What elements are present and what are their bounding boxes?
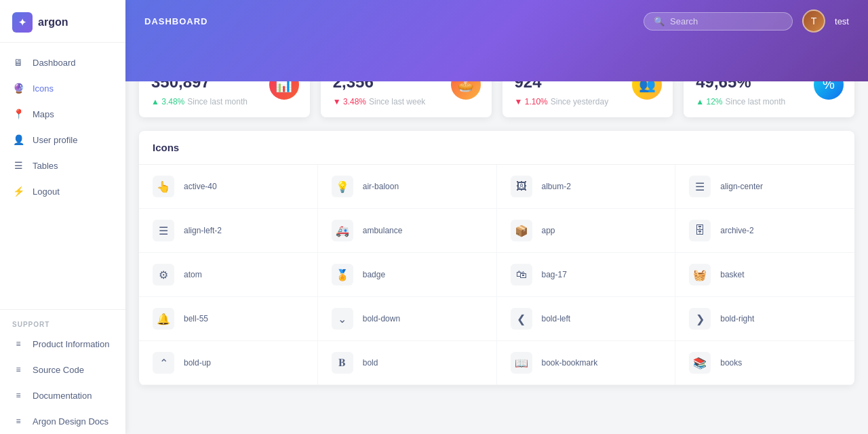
sidebar-item-label: Icons <box>33 83 54 94</box>
header-right: 🔍 T test <box>644 9 849 33</box>
sidebar-item-label: User profile <box>33 135 77 145</box>
icon-item-bell-55[interactable]: 🔔 bell-55 <box>139 297 318 341</box>
icon-symbol: 🏅 <box>332 264 353 285</box>
support-icon: ≡ <box>12 363 24 376</box>
icon-item-air-baloon[interactable]: 💡 air-baloon <box>318 165 497 209</box>
support-item-label: Argon Design Docs <box>33 416 108 427</box>
header: DASHBOARD 🔍 T test <box>125 0 868 81</box>
support-item-documentation[interactable]: ≡ Documentation <box>0 382 125 408</box>
icon-name: ambulance <box>363 226 403 235</box>
icon-item-align-center[interactable]: ☰ align-center <box>675 165 854 209</box>
sidebar-item-icons[interactable]: 🔮 Icons <box>0 75 125 101</box>
sidebar-logo: ✦ argon <box>0 0 125 43</box>
stat-card-performance: PERFORMANCE 49,65% ▲ 12% Since last mont… <box>684 81 854 117</box>
icon-name: bold-down <box>363 314 400 323</box>
stat-arrow: ▲ 3.48% <box>151 97 184 106</box>
nav-icon: ☰ <box>12 159 24 172</box>
icon-symbol: 🛍 <box>511 264 532 285</box>
sidebar-item-label: Dashboard <box>33 58 76 68</box>
icon-item-bag-17[interactable]: 🛍 bag-17 <box>497 253 676 297</box>
icon-item-bold-left[interactable]: ❮ bold-left <box>497 297 676 341</box>
stat-since: Since last month <box>187 97 248 106</box>
nav-icon: 📍 <box>12 108 24 120</box>
stat-arrow: ▼ 1.10% <box>515 97 548 106</box>
icon-item-bold-right[interactable]: ❯ bold-right <box>675 297 854 341</box>
sidebar-item-user-profile[interactable]: 👤 User profile <box>0 127 125 153</box>
icon-name: bag-17 <box>542 270 567 279</box>
support-item-source-code[interactable]: ≡ Source Code <box>0 357 125 382</box>
sidebar-nav: 🖥 Dashboard🔮 Icons📍 Maps👤 User profile☰ … <box>0 43 125 304</box>
icon-name: basket <box>720 270 744 279</box>
icon-symbol: 📚 <box>689 352 711 374</box>
stat-change: ▲ 12% Since last month <box>696 97 842 106</box>
icon-item-bold-up[interactable]: ⌃ bold-up <box>139 341 318 385</box>
icon-item-badge[interactable]: 🏅 badge <box>318 253 497 297</box>
icon-item-books[interactable]: 📚 books <box>675 341 854 385</box>
stat-since: Since last week <box>369 97 425 106</box>
icon-symbol: 🚑 <box>332 220 353 241</box>
support-icon: ≡ <box>12 338 24 350</box>
header-top: DASHBOARD 🔍 T test <box>144 0 849 33</box>
icon-item-basket[interactable]: 🧺 basket <box>675 253 854 297</box>
search-icon: 🔍 <box>654 16 665 26</box>
sidebar-item-dashboard[interactable]: 🖥 Dashboard <box>0 50 125 75</box>
search-input[interactable] <box>670 16 783 26</box>
sidebar-item-tables[interactable]: ☰ Tables <box>0 153 125 178</box>
content-area: TRAFFIC 350,897 ▲ 3.48% Since last month… <box>125 81 868 434</box>
icon-item-ambulance[interactable]: 🚑 ambulance <box>318 209 497 253</box>
stat-change: ▼ 1.10% Since yesterday <box>515 97 661 106</box>
stat-since: Since yesterday <box>551 97 608 106</box>
icon-symbol: 𝐁 <box>332 352 353 374</box>
avatar[interactable]: T <box>802 9 825 33</box>
icons-section-title: Icons <box>139 131 854 165</box>
nav-icon: 👤 <box>12 134 24 146</box>
support-icon: ≡ <box>12 415 24 427</box>
icon-name: app <box>542 226 555 235</box>
icon-item-active-40[interactable]: 👆 active-40 <box>139 165 318 209</box>
nav-icon: 🔮 <box>12 82 24 94</box>
icon-name: atom <box>184 270 202 279</box>
support-item-label: Product Information <box>33 339 109 349</box>
icon-item-atom[interactable]: ⚙ atom <box>139 253 318 297</box>
stat-arrow: ▲ 12% <box>696 97 722 106</box>
support-item-product-information[interactable]: ≡ Product Information <box>0 331 125 357</box>
sidebar-item-maps[interactable]: 📍 Maps <box>0 101 125 127</box>
icon-item-album-2[interactable]: 🖼 album-2 <box>497 165 676 209</box>
stat-card-new-users: NEW USERS 2,356 ▼ 3.48% Since last week … <box>321 81 492 117</box>
sidebar-item-label: Tables <box>33 161 58 171</box>
icon-name: badge <box>363 270 385 279</box>
support-item-argon-design-docs[interactable]: ≡ Argon Design Docs <box>0 408 125 434</box>
icon-name: book-bookmark <box>542 358 598 368</box>
icon-item-book-bookmark[interactable]: 📖 book-bookmark <box>497 341 676 385</box>
support-item-label: Documentation <box>33 391 92 401</box>
icon-item-app[interactable]: 📦 app <box>497 209 676 253</box>
nav-icon: 🖥 <box>12 56 24 68</box>
icon-symbol: ❯ <box>689 308 711 330</box>
icon-item-bold[interactable]: 𝐁 bold <box>318 341 497 385</box>
main-content: DASHBOARD 🔍 T test TRAFFIC 350,897 ▲ 3.4… <box>125 0 868 434</box>
icon-name: bold-right <box>720 314 754 323</box>
icons-grid: 👆 active-40 💡 air-baloon 🖼 album-2 ☰ ali… <box>139 165 854 385</box>
icon-symbol: 👆 <box>153 176 174 197</box>
page-title: DASHBOARD <box>144 16 208 26</box>
stat-arrow: ▼ 3.48% <box>333 97 366 106</box>
icon-item-archive-2[interactable]: 🗄 archive-2 <box>675 209 854 253</box>
support-section-label: SUPPORT <box>0 315 125 331</box>
nav-icon: ⚡ <box>12 185 24 197</box>
stat-card-sales: SALES 924 ▼ 1.10% Since yesterday 👥 <box>502 81 673 117</box>
stats-row: TRAFFIC 350,897 ▲ 3.48% Since last month… <box>139 81 854 117</box>
icon-item-align-left-2[interactable]: ☰ align-left-2 <box>139 209 318 253</box>
sidebar-item-logout[interactable]: ⚡ Logout <box>0 178 125 204</box>
icon-symbol: ⚙ <box>153 264 174 285</box>
icon-symbol: 📦 <box>511 220 532 241</box>
sidebar-item-label: Maps <box>33 109 54 119</box>
logo-text: argon <box>38 16 68 28</box>
icon-symbol: ☰ <box>153 220 174 241</box>
stat-change: ▲ 3.48% Since last month <box>151 97 298 106</box>
icon-item-bold-down[interactable]: ⌄ bold-down <box>318 297 497 341</box>
icon-name: bell-55 <box>184 314 208 323</box>
search-box[interactable]: 🔍 <box>644 12 793 31</box>
sidebar-divider <box>0 309 125 310</box>
icon-name: bold-left <box>542 314 571 323</box>
icon-name: album-2 <box>542 182 571 191</box>
